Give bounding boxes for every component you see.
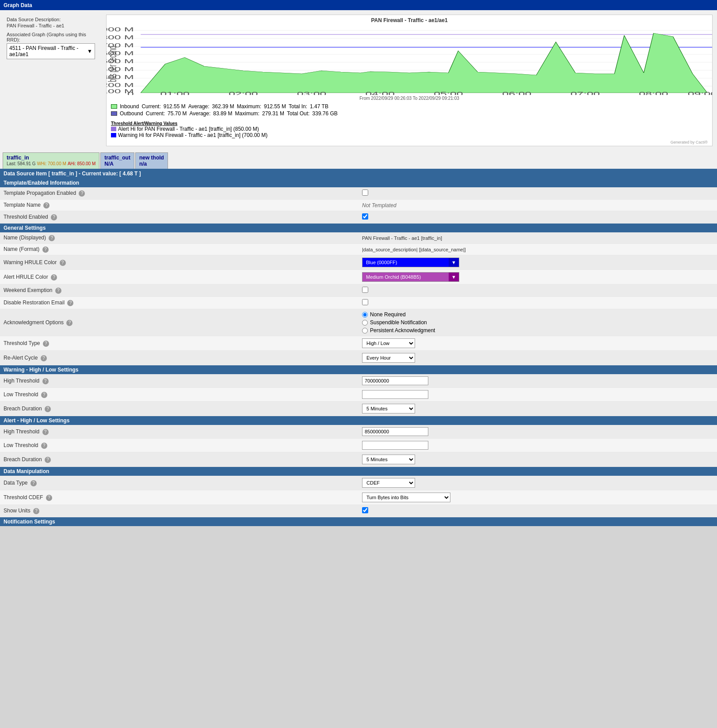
outbound-total-val: 339.76 GB <box>312 110 337 117</box>
alert-color-swatch: Medium Orchid (B048B5) <box>362 273 449 281</box>
warning-low-threshold-label: Low Threshold <box>4 391 38 398</box>
threshold-type-help[interactable]: ? <box>43 341 49 347</box>
threshold-enabled-checkbox[interactable] <box>362 213 368 220</box>
tab-traffic-out-value: N/A <box>104 161 114 167</box>
row-threshold-enabled: Threshold Enabled ? <box>0 211 717 224</box>
threshold-enabled-label: Threshold Enabled <box>4 214 48 220</box>
row-threshold-cdef: Threshold CDEF ? Turn Bytes into Bits <box>0 490 717 505</box>
show-units-help[interactable]: ? <box>33 508 39 514</box>
weekend-exemption-help[interactable]: ? <box>55 288 61 294</box>
ds-item-bar-text: Data Source Item [ traffic_in ] - Curren… <box>4 171 141 177</box>
row-disable-restoration: Disable Restoration Email ? <box>0 297 717 309</box>
alert-low-threshold-help[interactable]: ? <box>41 443 47 449</box>
tab-traffic-in[interactable]: traffic_in Last: 584.91 G WHi: 700.00 M … <box>3 152 99 169</box>
re-alert-cycle-select[interactable]: Every Hour <box>362 353 415 363</box>
re-alert-cycle-help[interactable]: ? <box>41 355 47 361</box>
outbound-avg-label: Average: <box>189 110 210 117</box>
acknowledgment-options-help[interactable]: ? <box>66 320 72 326</box>
graph-chart: 900 M 800 M 700 M 600 M 500 M 400 M 300 … <box>107 24 712 95</box>
row-warning-high-threshold: High Threshold ? <box>0 374 717 388</box>
alert-hrule-color-help[interactable]: ? <box>51 274 57 281</box>
warning-color-swatch: Blue (0000FF) <box>362 258 449 267</box>
generated-by: Generated by Cacti® <box>107 140 712 146</box>
warning-low-threshold-help[interactable]: ? <box>41 392 47 398</box>
alert-high-threshold-help[interactable]: ? <box>42 429 49 435</box>
alert-high-threshold-input[interactable] <box>362 427 428 436</box>
warning-color-box <box>111 133 116 137</box>
name-format-label: Name (Format) <box>4 246 39 252</box>
row-weekend-exemption: Weekend Exemption ? <box>0 284 717 297</box>
warning-high-threshold-help[interactable]: ? <box>42 378 49 384</box>
name-displayed-help[interactable]: ? <box>49 235 55 241</box>
warning-breach-duration-help[interactable]: ? <box>45 406 51 412</box>
inbound-max-label: Maximum: <box>237 103 261 110</box>
radio-persistent-input[interactable] <box>362 328 368 334</box>
warning-hrule-color-help[interactable]: ? <box>60 260 66 266</box>
alert-hrule-color-dropdown[interactable]: Medium Orchid (B048B5) ▼ <box>362 272 459 282</box>
warning-low-threshold-input[interactable] <box>362 390 428 399</box>
template-name-help[interactable]: ? <box>43 202 50 209</box>
warning-hrule-color-label: Warning HRULE Color <box>4 259 57 265</box>
ds-desc-label: Data Source Description: <box>7 17 99 22</box>
data-type-select[interactable]: CDEF <box>362 478 415 488</box>
radio-none-required-input[interactable] <box>362 312 368 318</box>
template-propagation-checkbox[interactable] <box>362 190 368 196</box>
radio-none-required: None Required <box>362 311 713 318</box>
warning-high-threshold-input[interactable] <box>362 376 428 385</box>
radio-persistent: Persistent Acknowledgment <box>362 327 713 334</box>
graph-title: PAN Firewall - Traffic - ae1/ae1 <box>107 15 712 24</box>
alert-hrule-color-label: Alert HRULE Color <box>4 274 48 280</box>
svg-text:0: 0 <box>127 91 134 95</box>
graph-dropdown[interactable]: 4511 - PAN Firewall - Traffic - ae1/ae1 … <box>7 43 95 59</box>
section-header-data-manipulation: Data Manipulation <box>0 467 717 476</box>
name-format-help[interactable]: ? <box>42 246 49 253</box>
show-units-checkbox[interactable] <box>362 507 368 513</box>
outbound-max-val: 279.31 M <box>262 110 284 117</box>
warning-hrule-color-dropdown[interactable]: Blue (0000FF) ▼ <box>362 258 459 267</box>
alert-low-threshold-input[interactable] <box>362 441 428 450</box>
name-displayed-value: PAN Firewall - Traffic - ae1 [traffic_in… <box>362 235 442 241</box>
weekend-exemption-checkbox[interactable] <box>362 287 368 293</box>
svg-text:800 M: 800 M <box>107 34 134 40</box>
section-header-template: Template/Enabled Information <box>0 178 717 187</box>
inbound-total-val: 1.47 TB <box>310 103 328 110</box>
threshold-enabled-help[interactable]: ? <box>51 214 57 220</box>
row-data-type: Data Type ? CDEF <box>0 476 717 490</box>
disable-restoration-help[interactable]: ? <box>67 300 73 306</box>
outbound-max-label: Maximum: <box>235 110 259 117</box>
row-alert-high-threshold: High Threshold ? <box>0 425 717 439</box>
template-propagation-help[interactable]: ? <box>79 190 85 197</box>
warning-color-arrow: ▼ <box>449 258 459 267</box>
weekend-exemption-label: Weekend Exemption <box>4 287 53 293</box>
alert-table: High Threshold ? Low Threshold ? Breach … <box>0 425 717 467</box>
data-type-label: Data Type <box>4 480 27 486</box>
tab-traffic-in-whi: WHi: 700.00 M <box>37 161 66 166</box>
threshold-type-select[interactable]: High / Low <box>362 338 415 348</box>
alert-breach-duration-select[interactable]: 5 Minutes <box>362 455 415 464</box>
section-header-general: General Settings <box>0 224 717 232</box>
svg-marker-21 <box>141 33 707 93</box>
threshold-cdef-help[interactable]: ? <box>46 495 52 501</box>
acknowledgment-options-label: Acknowledgment Options <box>4 319 64 326</box>
row-alert-low-threshold: Low Threshold ? <box>0 439 717 452</box>
tab-new-thold[interactable]: new thold n/a <box>135 152 168 169</box>
tab-traffic-out[interactable]: traffic_out N/A <box>100 152 134 169</box>
alert-high-threshold-label: High Threshold <box>4 428 39 435</box>
alert-breach-duration-help[interactable]: ? <box>45 457 51 463</box>
warning-high-threshold-label: High Threshold <box>4 378 39 384</box>
inbound-max-val: 912.55 M <box>264 103 286 110</box>
outbound-color <box>111 111 117 116</box>
svg-text:03:00: 03:00 <box>297 91 326 95</box>
section-header-alert: Alert - High / Low Settings <box>0 416 717 425</box>
data-type-help[interactable]: ? <box>31 480 37 486</box>
tab-traffic-out-name: traffic_out <box>104 155 130 161</box>
radio-suspendible-input[interactable] <box>362 320 368 326</box>
alert-color-box <box>111 127 116 131</box>
threshold-alert-text: Alert Hi for PAN Firewall - Traffic - ae… <box>118 126 259 132</box>
warning-breach-duration-select[interactable]: 5 Minutes <box>362 404 415 413</box>
outbound-current-val: 75.70 M <box>168 110 187 117</box>
disable-restoration-checkbox[interactable] <box>362 299 368 305</box>
threshold-cdef-select[interactable]: Turn Bytes into Bits <box>362 493 450 502</box>
row-warning-breach-duration: Breach Duration ? 5 Minutes <box>0 402 717 416</box>
svg-text:07:00: 07:00 <box>571 91 600 95</box>
